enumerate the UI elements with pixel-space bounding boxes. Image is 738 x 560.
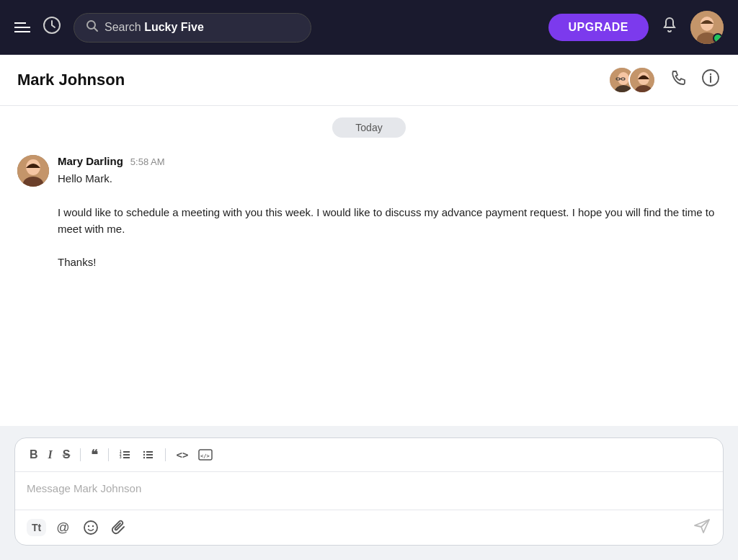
message-line-1: Hello Mark. <box>58 170 721 187</box>
compose-bottom-bar: Tt @ <box>15 510 723 545</box>
upgrade-button[interactable]: UPGRADE <box>548 14 649 41</box>
svg-point-31 <box>143 451 145 453</box>
emoji-button[interactable] <box>80 517 102 538</box>
date-label: Today <box>332 117 405 138</box>
svg-point-32 <box>143 454 145 455</box>
search-bar[interactable]: Search Lucky Five <box>74 13 311 43</box>
message-sender: Mary Darling <box>58 155 123 167</box>
svg-point-36 <box>84 521 97 534</box>
svg-point-33 <box>143 457 145 458</box>
search-term: Lucky Five <box>144 21 204 33</box>
unordered-list-button[interactable] <box>139 447 158 463</box>
sender-avatar <box>17 155 49 187</box>
svg-point-37 <box>87 525 89 527</box>
text-format-button[interactable]: Tt <box>27 519 46 536</box>
message-line-2: I would like to schedule a meeting with … <box>58 204 721 238</box>
participant-avatar-2 <box>628 66 656 94</box>
message-meta: Mary Darling 5:58 AM <box>58 155 721 167</box>
search-icon <box>86 19 99 36</box>
attach-button[interactable] <box>109 517 129 538</box>
svg-point-18 <box>710 74 711 75</box>
chat-header: Mark Johnson <box>0 55 738 106</box>
bold-button[interactable]: B <box>27 447 41 463</box>
info-icon[interactable] <box>701 68 721 92</box>
user-avatar[interactable] <box>690 11 724 44</box>
compose-input[interactable]: Message Mark Johnson <box>15 472 723 510</box>
code-button[interactable]: <> <box>173 448 191 462</box>
topnav: Search Lucky Five UPGRADE <box>0 0 738 55</box>
bell-icon[interactable] <box>660 16 679 39</box>
strikethrough-button[interactable]: S <box>60 447 74 463</box>
chat-container: Mark Johnson <box>0 55 738 560</box>
chat-header-actions <box>608 66 721 94</box>
svg-text:</>: </> <box>200 453 210 459</box>
at-symbol: @ <box>56 520 69 535</box>
toolbar-divider-2 <box>108 448 109 461</box>
svg-point-38 <box>92 525 93 527</box>
message-row: Mary Darling 5:58 AM Hello Mark. I would… <box>17 155 721 271</box>
phone-icon[interactable] <box>669 68 688 92</box>
italic-button[interactable]: I <box>45 447 55 463</box>
toolbar-divider-1 <box>80 448 81 461</box>
online-badge <box>713 33 723 43</box>
menu-icon[interactable] <box>14 22 30 32</box>
svg-line-2 <box>94 27 98 31</box>
compose-box: B I S ❝ 1 <box>14 437 724 546</box>
search-text: Search Lucky Five <box>105 21 204 34</box>
participants-avatars[interactable] <box>608 66 656 94</box>
message-text: Hello Mark. I would like to schedule a m… <box>58 170 721 271</box>
svg-text:3: 3 <box>120 455 122 459</box>
messages-area: Mary Darling 5:58 AM Hello Mark. I would… <box>0 149 738 426</box>
mention-button[interactable]: @ <box>53 517 72 538</box>
message-content: Mary Darling 5:58 AM Hello Mark. I would… <box>58 155 721 271</box>
compose-toolbar: B I S ❝ 1 <box>15 438 723 472</box>
compose-placeholder: Message Mark Johnson <box>27 482 141 494</box>
message-time: 5:58 AM <box>130 156 165 167</box>
send-button[interactable] <box>693 516 711 539</box>
compose-area: B I S ❝ 1 <box>0 426 738 560</box>
chat-title: Mark Johnson <box>17 71 608 89</box>
date-separator: Today <box>17 117 721 138</box>
ordered-list-button[interactable]: 1 2 3 <box>116 447 135 463</box>
toolbar-divider-3 <box>165 448 166 461</box>
history-icon[interactable] <box>42 15 62 40</box>
search-placeholder: Search <box>105 21 141 33</box>
message-line-3: Thanks! <box>58 254 721 270</box>
quote-button[interactable]: ❝ <box>88 447 101 463</box>
code-block-button[interactable]: </> <box>195 447 215 463</box>
